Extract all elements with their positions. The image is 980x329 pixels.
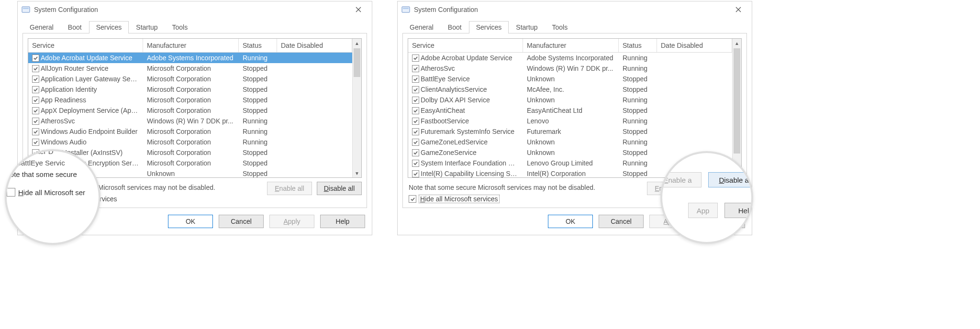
- col-date-disabled[interactable]: Date Disabled: [277, 39, 352, 52]
- table-row[interactable]: Windows AudioMicrosoft CorporationRunnin…: [28, 137, 352, 147]
- enable-all-button[interactable]: Enable a: [660, 172, 702, 187]
- tab-general[interactable]: General: [22, 21, 61, 33]
- service-checkbox[interactable]: [412, 76, 419, 83]
- service-checkbox[interactable]: [8, 149, 15, 155]
- title-bar[interactable]: System Configuration: [398, 1, 752, 18]
- hide-microsoft-checkbox[interactable]: [409, 195, 416, 203]
- tab-boot[interactable]: Boot: [441, 21, 469, 33]
- service-checkbox[interactable]: [412, 118, 419, 125]
- service-checkbox[interactable]: [412, 65, 419, 72]
- scroll-thumb[interactable]: [734, 48, 740, 154]
- title-bar[interactable]: System Configuration: [18, 1, 372, 18]
- table-row[interactable]: AtherosSvcWindows (R) Win 7 DDK pr...Run…: [408, 63, 732, 74]
- service-checkbox[interactable]: [32, 139, 39, 146]
- service-checkbox[interactable]: [32, 55, 39, 62]
- service-status: Stopped: [619, 75, 657, 83]
- close-button[interactable]: [729, 2, 748, 17]
- ok-button[interactable]: OK: [548, 215, 593, 228]
- service-name: Dolby DAX API Service: [420, 96, 523, 104]
- service-status: Stopped: [239, 86, 277, 93]
- table-row[interactable]: Adobe Acrobat Update ServiceAdobe System…: [408, 53, 732, 63]
- table-row[interactable]: FastbootServiceLenovoRunning: [408, 116, 732, 126]
- col-manufacturer[interactable]: Manufacturer: [523, 39, 619, 52]
- service-checkbox[interactable]: [32, 65, 39, 72]
- tab-general[interactable]: General: [402, 21, 441, 33]
- table-row[interactable]: GameZoneServiceUnknownStopped: [408, 147, 732, 158]
- service-checkbox[interactable]: [32, 97, 39, 104]
- apply-button[interactable]: Apply: [269, 215, 314, 228]
- service-checkbox[interactable]: [412, 139, 419, 146]
- col-status[interactable]: Status: [619, 39, 657, 52]
- service-manufacturer: Microsoft Corporation: [143, 159, 239, 167]
- table-row[interactable]: Dolby DAX API ServiceUnknownRunning: [408, 95, 732, 105]
- table-row[interactable]: Application IdentityMicrosoft Corporatio…: [28, 84, 352, 95]
- tab-services[interactable]: Services: [469, 21, 509, 33]
- scrollbar[interactable]: ▲ ▼: [352, 39, 361, 177]
- cancel-button[interactable]: Cancel: [599, 215, 644, 228]
- service-checkbox[interactable]: [32, 86, 39, 93]
- service-manufacturer: Lenovo Group Limited: [523, 159, 619, 167]
- table-row[interactable]: GameZoneLedServiceUnknownRunning: [408, 137, 732, 147]
- table-row[interactable]: Application Layer Gateway ServiceMicroso…: [28, 74, 352, 84]
- ok-button[interactable]: OK: [168, 215, 213, 228]
- col-service[interactable]: Service: [408, 39, 523, 52]
- service-checkbox[interactable]: [412, 149, 419, 156]
- col-manufacturer[interactable]: Manufacturer: [143, 39, 239, 52]
- table-row[interactable]: App ReadinessMicrosoft CorporationStoppe…: [28, 95, 352, 105]
- table-row[interactable]: AllJoyn Router ServiceMicrosoft Corporat…: [28, 63, 352, 74]
- help-button[interactable]: Help: [320, 215, 365, 228]
- disable-all-button[interactable]: Disable all: [317, 182, 362, 195]
- service-manufacturer: Microsoft Corporation: [143, 149, 239, 156]
- list-header[interactable]: Service Manufacturer Status Date Disable…: [28, 39, 352, 53]
- service-checkbox[interactable]: [412, 170, 419, 177]
- service-checkbox[interactable]: [412, 107, 419, 114]
- service-checkbox[interactable]: [32, 76, 39, 83]
- table-row[interactable]: BattlEye ServiceUnknownStopped: [408, 74, 732, 84]
- service-checkbox[interactable]: [32, 128, 39, 135]
- service-checkbox[interactable]: [8, 159, 15, 166]
- table-row[interactable]: ClientAnalyticsServiceMcAfee, Inc.Stoppe…: [408, 84, 732, 95]
- table-row[interactable]: Adobe Acrobat Update ServiceAdobe System…: [28, 53, 352, 63]
- service-checkbox[interactable]: [412, 86, 419, 93]
- col-service[interactable]: Service: [28, 39, 143, 52]
- table-row[interactable]: AppX Deployment Service (AppX...Microsof…: [28, 105, 352, 116]
- service-checkbox[interactable]: [412, 160, 419, 167]
- service-checkbox[interactable]: [32, 118, 39, 125]
- service-checkbox[interactable]: [412, 55, 419, 62]
- col-status[interactable]: Status: [239, 39, 277, 52]
- scroll-up-icon[interactable]: ▲: [353, 39, 361, 47]
- service-checkbox[interactable]: [412, 97, 419, 104]
- service-status: Running: [619, 159, 657, 167]
- close-button[interactable]: [349, 2, 368, 17]
- scroll-up-icon[interactable]: ▲: [733, 39, 741, 47]
- cancel-button[interactable]: Cancel: [219, 215, 264, 228]
- hide-microsoft-checkbox[interactable]: [7, 188, 15, 197]
- list-header[interactable]: Service Manufacturer Status Date Disable…: [408, 39, 732, 53]
- help-button[interactable]: Hel: [724, 203, 753, 218]
- scroll-down-icon[interactable]: ▼: [353, 169, 361, 177]
- tab-tools[interactable]: Tools: [165, 21, 195, 33]
- enable-all-button[interactable]: Enable all: [267, 182, 312, 195]
- tab-boot[interactable]: Boot: [61, 21, 89, 33]
- service-manufacturer: Microsoft Corporation: [143, 96, 239, 104]
- service-name: GameZoneService: [420, 149, 523, 156]
- service-status: Running: [619, 54, 657, 62]
- service-manufacturer: Microsoft Corporation: [143, 75, 239, 83]
- apply-button[interactable]: App: [688, 203, 718, 218]
- disable-all-button[interactable]: Disable all: [708, 172, 753, 187]
- table-row[interactable]: AtherosSvcWindows (R) Win 7 DDK pr...Run…: [28, 116, 352, 126]
- service-manufacturer: Microsoft Corporation: [143, 138, 239, 146]
- tab-startup[interactable]: Startup: [129, 21, 165, 33]
- tab-services[interactable]: Services: [89, 21, 129, 33]
- scroll-thumb[interactable]: [354, 48, 360, 77]
- scrollbar[interactable]: ▲ ▼: [732, 39, 741, 177]
- service-checkbox[interactable]: [412, 128, 419, 135]
- table-row[interactable]: EasyAntiCheatEasyAntiCheat LtdStopped: [408, 105, 732, 116]
- table-row[interactable]: Futuremark SystemInfo ServiceFuturemarkS…: [408, 126, 732, 137]
- col-date-disabled[interactable]: Date Disabled: [657, 39, 732, 52]
- table-row[interactable]: Windows Audio Endpoint BuilderMicrosoft …: [28, 126, 352, 137]
- tab-tools[interactable]: Tools: [545, 21, 575, 33]
- service-checkbox[interactable]: [32, 107, 39, 114]
- service-name: Adobe Acrobat Update Service: [420, 54, 523, 62]
- tab-startup[interactable]: Startup: [509, 21, 545, 33]
